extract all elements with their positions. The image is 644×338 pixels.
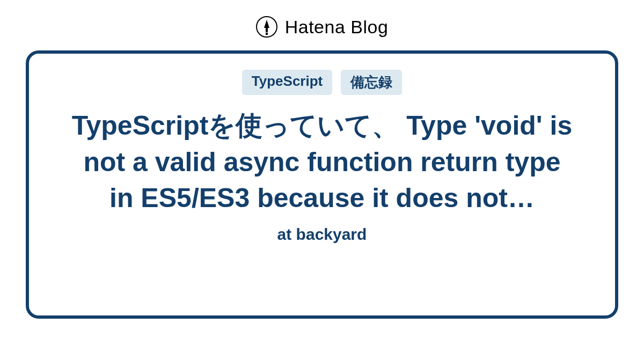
tag-item[interactable]: TypeScript bbox=[242, 70, 332, 95]
site-logo-text: Hatena Blog bbox=[285, 17, 389, 38]
blog-name: at backyard bbox=[277, 225, 367, 244]
svg-rect-1 bbox=[266, 33, 268, 35]
article-title: TypeScriptを使っていて、 Type 'void' is not a v… bbox=[70, 108, 574, 217]
hatena-logo-icon bbox=[256, 16, 277, 38]
article-card: TypeScript 備忘録 TypeScriptを使っていて、 Type 'v… bbox=[26, 50, 618, 319]
tag-list: TypeScript 備忘録 bbox=[242, 70, 402, 95]
site-header: Hatena Blog bbox=[256, 0, 389, 50]
tag-item[interactable]: 備忘録 bbox=[341, 70, 402, 95]
